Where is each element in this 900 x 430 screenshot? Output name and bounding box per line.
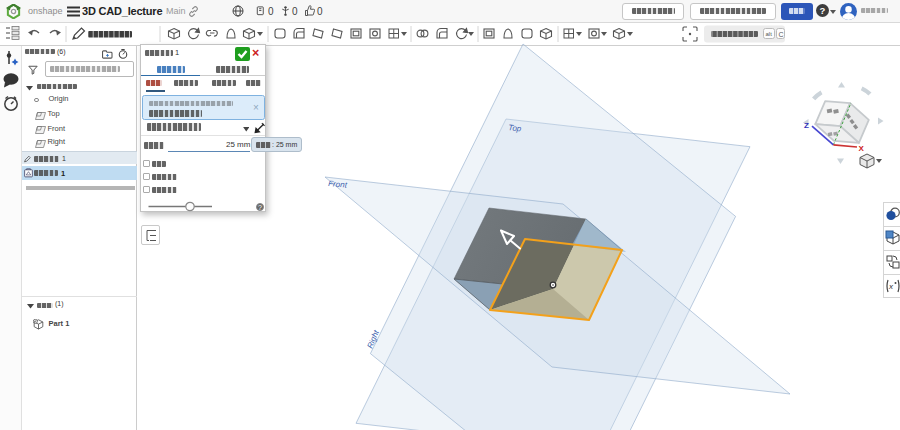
svg-text:Z: Z [804, 121, 809, 130]
svg-text:X: X [859, 144, 865, 153]
svg-text:Front: Front [328, 179, 348, 190]
svg-text:x: x [888, 282, 894, 291]
svg-text:Top: Top [508, 123, 522, 133]
